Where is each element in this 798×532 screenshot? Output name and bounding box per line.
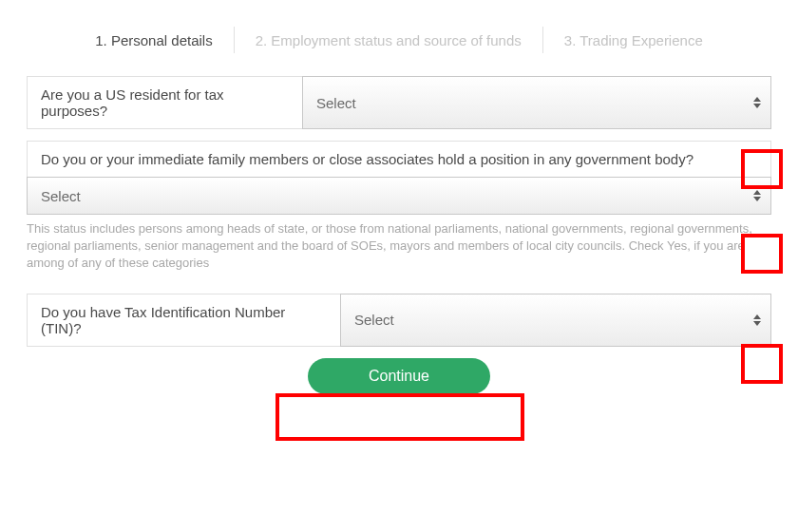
continue-wrap: Continue [27,358,771,394]
tin-select[interactable]: Select [340,294,771,347]
gov-position-select-wrap: Select [27,177,771,215]
stepper: 1. Personal details 2. Employment status… [27,0,771,76]
gov-position-label: Do you or your immediate family members … [27,141,771,177]
tin-label: Do you have Tax Identification Number (T… [27,294,340,347]
field-us-resident: Are you a US resident for tax purposes? … [27,76,771,129]
tin-select-wrap: Select [340,294,771,347]
continue-button[interactable]: Continue [308,358,490,394]
gov-position-selected-value: Select [41,188,81,204]
field-tin: Do you have Tax Identification Number (T… [27,294,771,347]
us-resident-selected-value: Select [316,95,356,111]
step-personal-details[interactable]: 1. Personal details [74,28,233,52]
us-resident-label: Are you a US resident for tax purposes? [27,76,302,129]
gov-position-helper: This status includes persons among heads… [27,220,771,273]
step-employment[interactable]: 2. Employment status and source of funds [235,28,542,52]
us-resident-select-wrap: Select [302,76,771,129]
step-trading-experience[interactable]: 3. Trading Experience [543,28,724,52]
field-gov-position: Do you or your immediate family members … [27,141,771,215]
gov-position-select[interactable]: Select [27,177,771,215]
highlight-box [276,393,524,441]
form-container: 1. Personal details 2. Employment status… [0,0,798,394]
us-resident-select[interactable]: Select [302,76,771,129]
tin-selected-value: Select [354,312,394,328]
